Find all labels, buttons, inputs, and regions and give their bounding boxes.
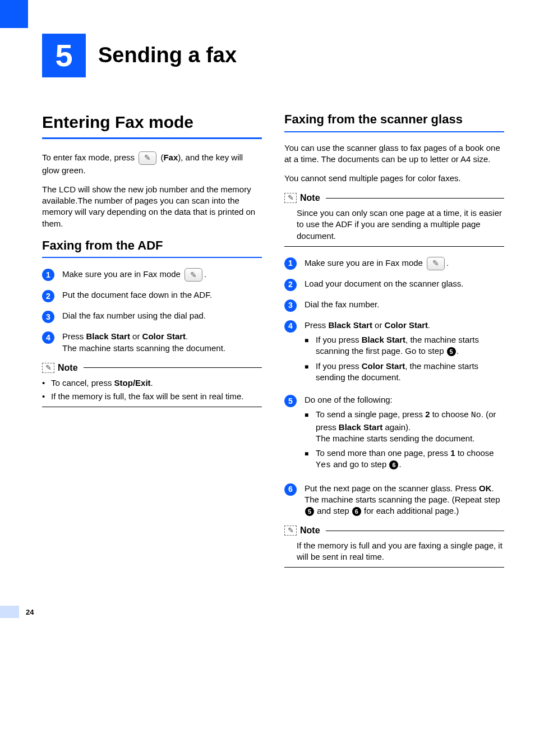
sub-bullet: If you press Color Start, the machine st… xyxy=(305,361,504,384)
step-number-icon: 2 xyxy=(284,279,297,291)
adf-step-3: 3 Dial the fax number using the dial pad… xyxy=(42,310,262,323)
intro-paragraph-2: The LCD will show the new job number and… xyxy=(42,184,262,229)
step-number-icon: 4 xyxy=(42,331,54,344)
text: . xyxy=(456,346,459,356)
step-number-icon: 4 xyxy=(284,320,297,333)
step-ref-icon: 5 xyxy=(305,507,314,516)
fax-button-icon: ✎ xyxy=(139,151,156,165)
note-close-line xyxy=(284,246,504,247)
page-content: 5 Sending a fax Entering Fax mode To ent… xyxy=(0,0,535,640)
step-text: Dial the fax number using the dial pad. xyxy=(62,310,262,321)
note-header: ✎ Note xyxy=(284,524,504,537)
step-text: Put the document face down in the ADF. xyxy=(62,289,262,301)
step-text: Make sure you are in Fax mode ✎. xyxy=(305,257,504,270)
note-label: Note xyxy=(300,524,320,537)
text: To enter fax mode, press xyxy=(42,152,137,162)
text: To send more than one page, press xyxy=(316,448,450,458)
text: To cancel, press xyxy=(51,378,114,388)
text: The machine starts scanning the page. (R… xyxy=(305,495,500,504)
left-column: Entering Fax mode To enter fax mode, pre… xyxy=(42,111,262,578)
key-1-label: 1 xyxy=(450,448,455,458)
lcd-yes-label: Yes xyxy=(316,460,331,470)
step-number-icon: 3 xyxy=(42,311,54,323)
text: . xyxy=(399,459,401,469)
step-number-icon: 1 xyxy=(284,257,297,270)
step-text: Do one of the following: To send a singl… xyxy=(305,394,504,475)
text: . xyxy=(446,258,449,268)
adf-step-4: 4 Press Black Start or Color Start. The … xyxy=(42,331,262,354)
step-text: Make sure you are in Fax mode ✎. xyxy=(62,268,262,282)
text: to choose xyxy=(455,448,494,458)
step-text: Press Black Start or Color Start. The ma… xyxy=(62,331,262,354)
step-number-icon: 5 xyxy=(284,395,297,407)
text: and step xyxy=(315,506,352,515)
text: The machine starts sending the document. xyxy=(316,434,475,443)
note-item: If the memory is full, the fax will be s… xyxy=(42,391,262,402)
text: Make sure you are in Fax mode xyxy=(62,269,183,279)
sub-bullet: If you press Black Start, the machine st… xyxy=(305,334,504,357)
step-number-icon: 2 xyxy=(42,290,54,302)
ok-label: OK xyxy=(479,483,492,493)
fax-label: Fax xyxy=(163,152,178,162)
note-label: Note xyxy=(300,192,320,204)
footer-tab-decoration xyxy=(0,606,19,618)
note-header: ✎ Note xyxy=(284,192,504,204)
section-heading-entering-fax-mode: Entering Fax mode xyxy=(42,111,262,139)
note-close-line xyxy=(284,567,504,568)
intro-paragraph-1: To enter fax mode, press ✎ (Fax), and th… xyxy=(42,151,262,176)
note-item: To cancel, press Stop/Exit. xyxy=(42,377,262,389)
right-column: Faxing from the scanner glass You can us… xyxy=(284,111,504,578)
note-line xyxy=(326,198,504,199)
note-line xyxy=(84,367,262,368)
step-ref-icon: 6 xyxy=(352,507,361,516)
text: for each additional page.) xyxy=(362,506,459,515)
lcd-no-label: No xyxy=(471,411,481,420)
text: or xyxy=(130,331,142,341)
scanner-paragraph-2: You cannot send multiple pages for color… xyxy=(284,173,504,184)
subsection-heading-adf: Faxing from the ADF xyxy=(42,237,262,259)
black-start-label: Black Start xyxy=(86,331,130,341)
text: . xyxy=(151,378,153,388)
text: . xyxy=(204,269,206,279)
text: to choose xyxy=(430,409,471,419)
scanner-step-2: 2 Load your document on the scanner glas… xyxy=(284,278,504,291)
page-footer: 24 xyxy=(42,606,504,618)
note-header: ✎ Note xyxy=(42,362,262,374)
note-line xyxy=(326,531,504,531)
scanner-step-3: 3 Dial the fax number. xyxy=(284,299,504,312)
scanner-step-4: 4 Press Black Start or Color Start. If y… xyxy=(284,320,504,386)
text: The machine starts scanning the document… xyxy=(62,343,225,353)
black-start-label: Black Start xyxy=(339,422,382,432)
color-start-label: Color Start xyxy=(142,331,186,341)
scanner-step-1: 1 Make sure you are in Fax mode ✎. xyxy=(284,257,504,270)
text: If you press xyxy=(316,335,362,344)
note-icon: ✎ xyxy=(284,193,297,203)
text: or xyxy=(372,320,385,330)
text: To send a single page, press xyxy=(316,409,425,419)
adf-step-2: 2 Put the document face down in the ADF. xyxy=(42,289,262,302)
text: Put the next page on the scanner glass. … xyxy=(305,483,479,493)
scanner-step-5: 5 Do one of the following: To send a sin… xyxy=(284,394,504,475)
chapter-header: 5 Sending a fax xyxy=(42,34,504,77)
scanner-paragraph-1: You can use the scanner glass to fax pag… xyxy=(284,142,504,165)
chapter-title: Sending a fax xyxy=(98,41,237,70)
step-ref-icon: 5 xyxy=(447,347,456,356)
black-start-label: Black Start xyxy=(362,335,405,344)
step-text: Load your document on the scanner glass. xyxy=(305,278,504,289)
scanner-step-6: 6 Put the next page on the scanner glass… xyxy=(284,483,504,517)
sub-bullet: To send more than one page, press 1 to c… xyxy=(305,448,504,472)
step-number-icon: 6 xyxy=(284,483,297,496)
step-ref-icon: 6 xyxy=(389,460,398,469)
note-label: Note xyxy=(58,362,78,374)
text: Do one of the following: xyxy=(305,395,393,404)
color-start-label: Color Start xyxy=(385,320,428,330)
step-number-icon: 1 xyxy=(42,269,54,281)
color-start-label: Color Start xyxy=(362,361,405,371)
text: Press xyxy=(305,320,329,330)
adf-step-1: 1 Make sure you are in Fax mode ✎. xyxy=(42,268,262,282)
chapter-number: 5 xyxy=(42,34,86,77)
text: and go to step xyxy=(331,459,389,469)
step-text: Put the next page on the scanner glass. … xyxy=(305,483,504,517)
note-icon: ✎ xyxy=(284,525,297,536)
step-number-icon: 3 xyxy=(284,299,297,312)
